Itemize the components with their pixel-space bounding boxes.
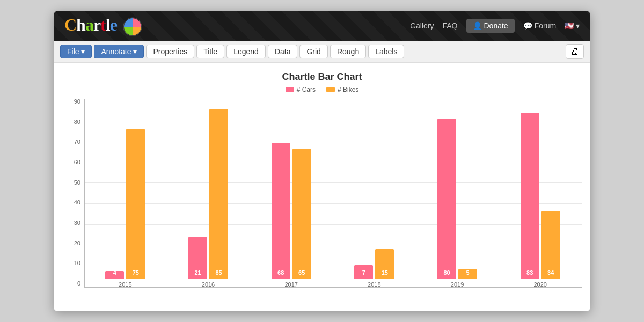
bars-pair: 2185: [167, 99, 250, 279]
y-axis-label: 90: [62, 99, 84, 105]
cars-bar: 68: [272, 143, 290, 279]
bars-area: 4752015218520166865201771520188052019833…: [84, 99, 582, 288]
bikes-value-label: 85: [215, 269, 222, 276]
bars-pair: 8334: [499, 99, 582, 279]
gallery-link[interactable]: Gallery: [410, 21, 434, 30]
rough-button[interactable]: Rough: [330, 45, 366, 58]
logo: Chartle: [64, 15, 142, 36]
y-axis-label: 10: [62, 260, 84, 266]
annotate-button[interactable]: Annotate ▾: [94, 45, 144, 58]
cars-bar: 4: [105, 271, 124, 279]
cars-color: [286, 87, 294, 92]
y-axis-line: [84, 99, 85, 288]
cars-value-label: 4: [113, 269, 116, 276]
bikes-value-label: 65: [298, 269, 305, 276]
cars-bar: 7: [354, 265, 373, 279]
legend-bikes: # Bikes: [326, 86, 358, 93]
bars-pair: 6865: [250, 99, 333, 279]
bikes-bar: 85: [209, 109, 228, 279]
bikes-value-label: 34: [547, 269, 554, 276]
legend-button[interactable]: Legend: [226, 45, 266, 58]
bikes-value-label: 15: [382, 269, 388, 276]
year-group: 8052019: [416, 99, 499, 288]
cars-bar: 21: [188, 237, 207, 279]
bikes-value-label: 75: [133, 269, 139, 276]
data-button[interactable]: Data: [268, 45, 298, 58]
year-group: 7152018: [333, 99, 416, 288]
toolbar: File ▾ Annotate ▾ Properties Title Legen…: [54, 41, 590, 63]
chart-legend: # Cars # Bikes: [62, 86, 582, 93]
bikes-bar: 65: [292, 149, 311, 279]
forum-icon: 💬: [523, 21, 532, 30]
chart-wrapper: 0102030405060708090 47520152185201668652…: [62, 99, 582, 303]
user-icon: 👤: [473, 21, 482, 30]
cars-value-label: 68: [277, 269, 284, 276]
app-container: Chartle Gallery FAQ 👤 Donate 💬 Forum 🇺🇸: [54, 11, 590, 311]
year-group: 83342020: [499, 99, 582, 288]
header-nav: Gallery FAQ 👤 Donate 💬 Forum 🇺🇸 ▾: [410, 19, 580, 33]
bikes-bar: 75: [126, 129, 145, 279]
forum-button[interactable]: 💬 Forum: [523, 21, 556, 30]
y-axis: 0102030405060708090: [62, 99, 84, 287]
cars-value-label: 80: [443, 269, 450, 276]
year-group: 21852016: [167, 99, 250, 288]
bikes-bar: 15: [375, 249, 394, 279]
faq-link[interactable]: FAQ: [442, 21, 457, 30]
cars-value-label: 7: [362, 269, 365, 276]
y-axis-label: 70: [62, 139, 84, 145]
y-axis-label: 50: [62, 180, 84, 186]
bikes-bar: 5: [458, 269, 477, 279]
bars-container: 4752015218520166865201771520188052019833…: [84, 99, 582, 288]
title-button[interactable]: Title: [196, 45, 224, 58]
file-button[interactable]: File ▾: [60, 45, 92, 58]
language-selector[interactable]: 🇺🇸 ▾: [565, 21, 580, 30]
y-axis-label: 0: [62, 281, 84, 287]
cars-value-label: 83: [526, 269, 533, 276]
legend-cars: # Cars: [286, 86, 316, 93]
y-axis-label: 60: [62, 159, 84, 165]
grid-button[interactable]: Grid: [299, 45, 327, 58]
chart-title: Chartle Bar Chart: [62, 71, 582, 83]
bars-pair: 475: [84, 99, 167, 279]
cars-bar: 80: [437, 119, 456, 279]
y-axis-label: 40: [62, 200, 84, 206]
bars-pair: 805: [416, 99, 499, 279]
year-group: 4752015: [84, 99, 167, 288]
cars-label: # Cars: [297, 86, 316, 93]
logo-icon: [123, 17, 142, 36]
bars-pair: 715: [333, 99, 416, 279]
y-axis-label: 80: [62, 119, 84, 125]
bikes-value-label: 5: [466, 269, 469, 276]
cars-bar: 83: [521, 113, 539, 279]
year-group: 68652017: [250, 99, 333, 288]
bikes-label: # Bikes: [338, 86, 358, 93]
properties-button[interactable]: Properties: [146, 45, 194, 58]
donate-button[interactable]: 👤 Donate: [466, 19, 515, 33]
print-button[interactable]: 🖨: [566, 44, 584, 59]
y-axis-label: 30: [62, 220, 84, 226]
cars-value-label: 21: [194, 269, 201, 276]
x-axis-line: [84, 287, 582, 288]
y-axis-label: 20: [62, 240, 84, 246]
labels-button[interactable]: Labels: [368, 45, 404, 58]
header: Chartle Gallery FAQ 👤 Donate 💬 Forum 🇺🇸: [54, 11, 590, 41]
bikes-color: [326, 87, 335, 92]
bikes-bar: 34: [541, 211, 560, 279]
chart-area: Chartle Bar Chart # Cars # Bikes 0102030…: [54, 63, 590, 311]
